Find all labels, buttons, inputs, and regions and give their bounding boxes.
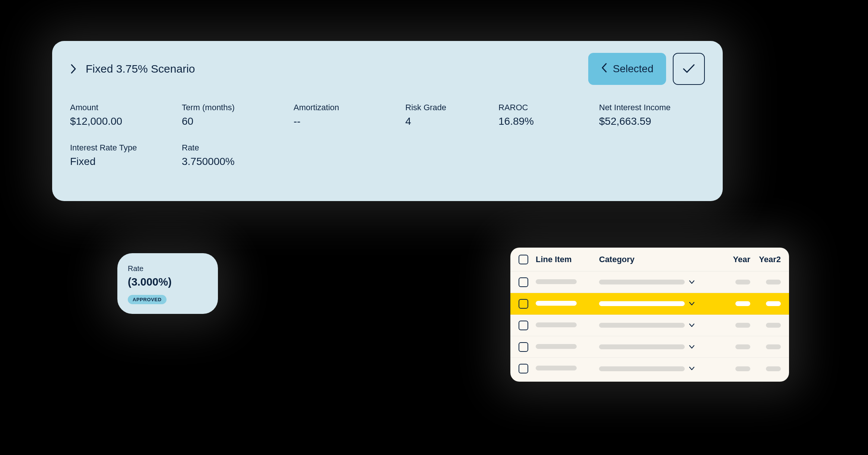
caret-down-icon[interactable] (689, 324, 694, 327)
selected-button[interactable]: Selected (588, 53, 666, 85)
row-checkbox[interactable] (519, 321, 528, 330)
row-checkbox[interactable] (519, 364, 528, 373)
placeholder (735, 344, 750, 349)
placeholder (536, 344, 577, 349)
rate-value: (3.000%) (128, 276, 208, 288)
line-item-table: Line Item Category Year Year2 (510, 248, 789, 382)
table-row[interactable] (510, 358, 789, 379)
rate-card: Rate (3.000%) APPROVED (117, 253, 218, 314)
table-row[interactable] (510, 271, 789, 293)
metrics-row: Amount $12,000.00 Term (months) 60 Amort… (70, 103, 705, 183)
metric-amount: Amount $12,000.00 (70, 103, 182, 127)
metric-label: Rate (182, 143, 279, 153)
metric-label: Risk Grade (405, 103, 484, 112)
placeholder (735, 323, 750, 328)
placeholder (599, 323, 685, 328)
placeholder (766, 301, 781, 306)
metric-label: Amortization (294, 103, 390, 112)
placeholder (599, 344, 685, 349)
placeholder (735, 301, 750, 306)
placeholder (536, 301, 577, 306)
metric-net-interest-income: Net Interest Income $52,663.59 (599, 103, 692, 127)
caret-down-icon[interactable] (689, 302, 694, 306)
col-year-header: Year (720, 255, 750, 264)
metric-label: Amount (70, 103, 167, 112)
placeholder (766, 280, 781, 284)
placeholder (766, 323, 781, 328)
metric-value: 60 (182, 115, 279, 127)
placeholder (536, 366, 577, 370)
col-category-header: Category (599, 255, 720, 264)
rate-label: Rate (128, 264, 208, 273)
selected-button-label: Selected (613, 63, 653, 75)
metric-label: Term (months) (182, 103, 279, 112)
caret-down-icon[interactable] (689, 345, 694, 349)
row-checkbox[interactable] (519, 342, 528, 352)
scenario-header: Fixed 3.75% Scenario Selected (70, 53, 705, 85)
col-year2-header: Year2 (750, 255, 781, 264)
metric-value: Fixed (70, 156, 167, 168)
metric-value: 3.750000% (182, 156, 279, 168)
metric-label: RAROC (498, 103, 584, 112)
placeholder (599, 280, 685, 284)
caret-down-icon[interactable] (689, 367, 694, 370)
metric-value: $52,663.59 (599, 115, 677, 127)
placeholder (766, 344, 781, 349)
metric-value: -- (294, 115, 390, 127)
placeholder (766, 366, 781, 371)
placeholder (735, 366, 750, 371)
placeholder (735, 280, 750, 284)
metric-value: 16.89% (498, 115, 584, 127)
scenario-title-wrap: Fixed 3.75% Scenario (70, 63, 195, 75)
col-line-item-header: Line Item (536, 255, 599, 264)
scenario-title: Fixed 3.75% Scenario (86, 63, 195, 75)
metric-rate: Rate 3.750000% (182, 143, 294, 168)
metric-risk-grade: Risk Grade 4 (405, 103, 498, 127)
chevron-left-icon (601, 62, 608, 76)
metric-value: $12,000.00 (70, 115, 167, 127)
metric-value: 4 (405, 115, 484, 127)
caret-down-icon[interactable] (689, 280, 694, 284)
metric-interest-rate-type: Interest Rate Type Fixed (70, 143, 182, 168)
scenario-actions: Selected (588, 53, 705, 85)
scenario-card: Fixed 3.75% Scenario Selected Amount $12… (52, 41, 723, 201)
placeholder (599, 366, 685, 371)
category-header-text: Category (599, 255, 634, 264)
metric-label: Interest Rate Type (70, 143, 167, 153)
table-row[interactable] (510, 315, 789, 336)
table-header-row: Line Item Category Year Year2 (510, 248, 789, 271)
table-row[interactable] (510, 336, 789, 358)
col-check (519, 255, 536, 264)
status-badge: APPROVED (128, 295, 167, 304)
metric-term: Term (months) 60 (182, 103, 294, 127)
placeholder (599, 301, 685, 306)
metric-label: Net Interest Income (599, 103, 677, 112)
check-icon (682, 63, 696, 75)
metric-amortization: Amortization -- (294, 103, 405, 127)
confirm-button[interactable] (673, 53, 705, 85)
table-row[interactable] (510, 293, 789, 315)
placeholder (536, 279, 577, 284)
metric-raroc: RAROC 16.89% (498, 103, 599, 127)
row-checkbox[interactable] (519, 277, 528, 287)
select-all-checkbox[interactable] (519, 255, 528, 264)
chevron-right-icon[interactable] (70, 64, 77, 74)
placeholder (536, 322, 577, 327)
row-checkbox[interactable] (519, 299, 528, 309)
